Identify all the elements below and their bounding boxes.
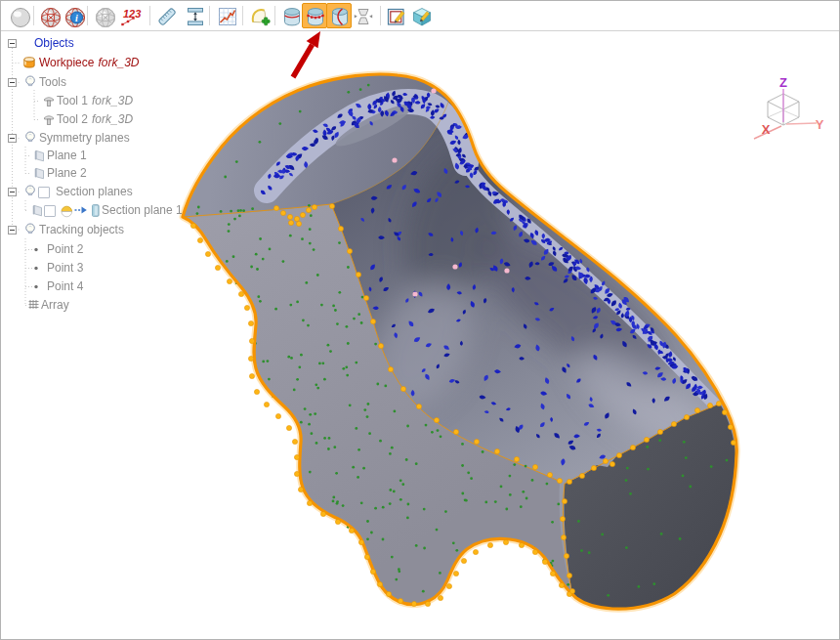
cylinder-section-icon (328, 5, 352, 28)
ruler-icon (155, 5, 179, 28)
toolbar-separator (242, 6, 243, 25)
tree-item-label: Section planes (56, 185, 133, 198)
point-values-button[interactable]: 123 (116, 3, 142, 28)
workpiece-3d-model (183, 74, 736, 609)
add-icon (248, 5, 272, 28)
hourglass-icon (352, 5, 375, 28)
tree-item-section-plane-1[interactable]: Section plane 1 (1, 201, 226, 220)
wireframe-sphere-button[interactable] (92, 3, 117, 28)
tree-item-case-name: fork_3D (92, 112, 133, 126)
wire-sphere-icon (94, 5, 117, 28)
field-info-sphere-button[interactable]: i (62, 3, 87, 28)
tree-item-plane-1[interactable]: Plane 1 (1, 147, 226, 165)
tree-item-tools[interactable]: Tools (1, 73, 226, 92)
svg-text:123: 123 (123, 7, 141, 19)
toolbar-separator (380, 6, 381, 25)
tree-item-array[interactable]: Array (1, 296, 226, 315)
app-window: Z X Y ObjectsWorkpiecefork_3DToolsTool 1… (0, 0, 840, 640)
svg-text:i: i (75, 13, 78, 23)
tree-item-workpiece[interactable]: Workpiecefork_3D (1, 54, 226, 72)
show-section-button[interactable] (326, 3, 352, 28)
orientation-axes: Z X Y (754, 75, 824, 139)
show-graph-button[interactable] (214, 3, 239, 28)
tree-item-section-planes[interactable]: Section planes (1, 183, 226, 201)
toolbar-separator (149, 6, 150, 25)
tree-item-label: Point 3 (47, 261, 83, 275)
tree-item-label: Tool 1 (57, 94, 88, 107)
view-sphere-button[interactable] (7, 3, 32, 28)
objects-tree: ObjectsWorkpiecefork_3DToolsTool 1fork_3… (1, 1, 226, 333)
tree-item-point-4[interactable]: Point 4 (1, 277, 226, 296)
tree-item-tool-2[interactable]: Tool 2fork_3D (1, 110, 226, 129)
tree-item-label: Plane 2 (47, 166, 87, 180)
tree-item-label: Symmetry planes (39, 131, 130, 145)
expander-collapse-icon[interactable] (8, 188, 17, 196)
annotation-arrow (293, 31, 320, 77)
chart-icon (216, 5, 239, 28)
numbers-icon: 123 (118, 5, 142, 28)
tree-item-label: Plane 1 (47, 149, 87, 162)
toolbar-separator (33, 6, 34, 25)
tree-item-label: Point 2 (47, 242, 83, 256)
tree-item-label: Section plane 1 (102, 203, 183, 217)
edit-icon (385, 5, 408, 28)
tree-item-point-2[interactable]: Point 2 (1, 240, 226, 259)
ruler-measure-button[interactable] (153, 3, 179, 28)
toolbar-separator (209, 6, 210, 25)
tree-item-label: Tracking objects (39, 223, 124, 236)
tree-item-objects[interactable]: Objects (1, 34, 226, 53)
height-icon (184, 5, 207, 28)
tree-item-plane-2[interactable]: Plane 2 (1, 164, 226, 183)
section-plane-checkbox[interactable] (44, 205, 56, 217)
cylinder-points-icon (304, 5, 327, 28)
tree-item-case-name: fork_3D (98, 56, 139, 69)
tree-item-label: Workpiece (39, 56, 94, 69)
tree-item-case-name: fork_3D (92, 94, 133, 107)
expander-collapse-icon[interactable] (8, 226, 17, 235)
tree-item-tracking-objects[interactable]: Tracking objects (1, 221, 226, 239)
show-workpiece-button[interactable] (278, 3, 304, 28)
z-axis-label: Z (779, 75, 787, 90)
toolbar-separator (87, 6, 88, 25)
tree-item-point-3[interactable]: Point 3 (1, 259, 226, 277)
height-measure-button[interactable] (182, 3, 207, 28)
info-sphere-icon: i (63, 5, 87, 28)
toolbar-separator (274, 6, 275, 25)
cube-edit-icon (410, 5, 434, 28)
sphere-icon (9, 5, 32, 28)
add-tracking-object-button[interactable] (246, 3, 272, 28)
show-tracking-points-button[interactable] (302, 3, 327, 28)
expander-collapse-icon[interactable] (8, 39, 17, 48)
tree-item-label: Tools (39, 75, 66, 89)
tree-item-symmetry-planes[interactable]: Symmetry planes (1, 129, 226, 148)
mesh-sphere-icon (39, 5, 63, 28)
tree-item-tool-1[interactable]: Tool 1fork_3D (1, 92, 226, 110)
edit-note-button[interactable] (383, 3, 408, 28)
array-icon (25, 297, 41, 319)
expander-collapse-icon[interactable] (8, 78, 17, 87)
tree-item-label: Point 4 (47, 279, 83, 293)
expander-collapse-icon[interactable] (8, 134, 17, 143)
edit-3d-object-button[interactable] (408, 3, 434, 28)
tree-item-label: Objects (34, 36, 74, 50)
section-planes-checkbox[interactable] (38, 187, 50, 198)
cylinder-icon (280, 5, 304, 28)
main-toolbar: i123 (1, 1, 839, 31)
tree-item-label: Tool 2 (57, 112, 88, 126)
y-axis-label: Y (816, 117, 824, 132)
mesh-sphere-button[interactable] (37, 3, 63, 28)
tree-item-label: Array (41, 298, 69, 312)
x-axis-label: X (762, 122, 771, 137)
show-tools-button[interactable] (350, 3, 375, 28)
